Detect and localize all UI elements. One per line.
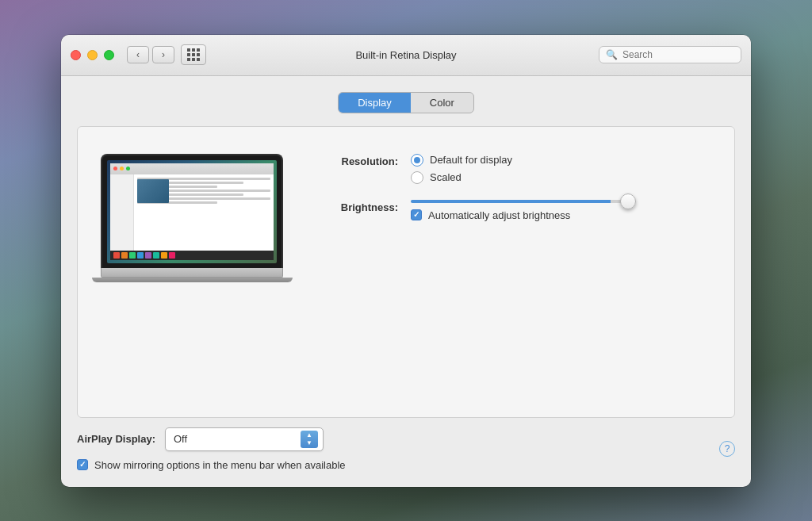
- brightness-label: Brightness:: [319, 200, 398, 213]
- resolution-default-option[interactable]: Default for display: [411, 154, 512, 167]
- window-title: Built-in Retina Display: [355, 49, 456, 61]
- laptop-screen: [107, 160, 277, 263]
- resolution-scaled-label: Scaled: [430, 171, 462, 183]
- laptop-illustration: [97, 146, 287, 398]
- brightness-controls: ✓ Automatically adjust brightness: [411, 200, 633, 221]
- main-panel: Resolution: Default for display Scaled: [77, 126, 735, 418]
- traffic-lights: [71, 50, 114, 60]
- search-box[interactable]: 🔍: [599, 46, 741, 63]
- screen-content: [110, 163, 274, 260]
- tab-display[interactable]: Display: [339, 93, 411, 113]
- screen-titlebar: [110, 163, 274, 174]
- tab-bar: Display Color: [77, 92, 735, 113]
- content-area: Display Color: [61, 76, 751, 487]
- auto-brightness-checkbox[interactable]: ✓: [411, 209, 422, 220]
- laptop-screen-outer: [101, 154, 283, 268]
- brightness-slider-thumb[interactable]: [620, 193, 636, 209]
- mirroring-label: Show mirroring options in the menu bar w…: [94, 459, 346, 471]
- resolution-scaled-radio[interactable]: [411, 171, 423, 184]
- desktop-background: ‹ › Built-in Retina Display 🔍: [0, 0, 812, 521]
- resolution-row: Resolution: Default for display Scaled: [319, 154, 715, 184]
- system-preferences-window: ‹ › Built-in Retina Display 🔍: [61, 35, 751, 487]
- help-button[interactable]: ?: [719, 441, 735, 457]
- close-button[interactable]: [71, 50, 81, 60]
- grid-button[interactable]: [181, 44, 206, 65]
- help-icon: ?: [725, 443, 730, 454]
- grid-icon: [187, 48, 200, 61]
- screen-main-area: [134, 174, 274, 251]
- laptop-foot: [92, 278, 293, 282]
- resolution-label: Resolution:: [319, 154, 398, 167]
- titlebar: ‹ › Built-in Retina Display 🔍: [61, 35, 751, 76]
- mirroring-row: ✓ Show mirroring options in the menu bar…: [77, 459, 346, 471]
- search-icon: 🔍: [606, 49, 618, 60]
- screen-body: [110, 174, 274, 251]
- resolution-controls: Default for display Scaled: [411, 154, 512, 184]
- resolution-scaled-option[interactable]: Scaled: [411, 171, 512, 184]
- screen-image: [137, 179, 169, 203]
- airplay-label: AirPlay Display:: [77, 433, 155, 445]
- airplay-select[interactable]: Off ▲ ▼: [165, 427, 324, 451]
- minimize-button[interactable]: [87, 50, 98, 60]
- resolution-default-label: Default for display: [430, 154, 512, 166]
- tab-color[interactable]: Color: [411, 93, 473, 113]
- laptop: [101, 154, 283, 282]
- brightness-row: Brightness: ✓ Automatically adjust brigh…: [319, 200, 715, 221]
- taskbar: [110, 251, 274, 260]
- search-input[interactable]: [622, 49, 734, 60]
- brightness-slider-track[interactable]: [411, 200, 633, 203]
- back-button[interactable]: ‹: [127, 46, 149, 63]
- back-icon: ‹: [136, 49, 140, 60]
- bottom-left: AirPlay Display: Off ▲ ▼ ✓: [77, 427, 346, 471]
- mirroring-checkmark-icon: ✓: [79, 461, 86, 469]
- select-arrows-icon: ▲ ▼: [301, 431, 318, 448]
- auto-brightness-row: ✓ Automatically adjust brightness: [411, 209, 633, 221]
- resolution-default-radio[interactable]: [411, 154, 423, 167]
- maximize-button[interactable]: [104, 50, 114, 60]
- laptop-base: [101, 268, 283, 278]
- bottom-section: AirPlay Display: Off ▲ ▼ ✓: [77, 418, 735, 471]
- forward-button[interactable]: ›: [152, 46, 174, 63]
- settings-section: Resolution: Default for display Scaled: [319, 146, 715, 398]
- mirroring-checkbox[interactable]: ✓: [77, 459, 88, 470]
- auto-brightness-label: Automatically adjust brightness: [428, 209, 570, 221]
- checkmark-icon: ✓: [413, 211, 419, 219]
- forward-icon: ›: [162, 49, 165, 60]
- airplay-value: Off: [174, 433, 187, 445]
- tab-group: Display Color: [338, 92, 474, 113]
- nav-buttons: ‹ ›: [127, 46, 174, 63]
- screen-sidebar: [110, 174, 134, 251]
